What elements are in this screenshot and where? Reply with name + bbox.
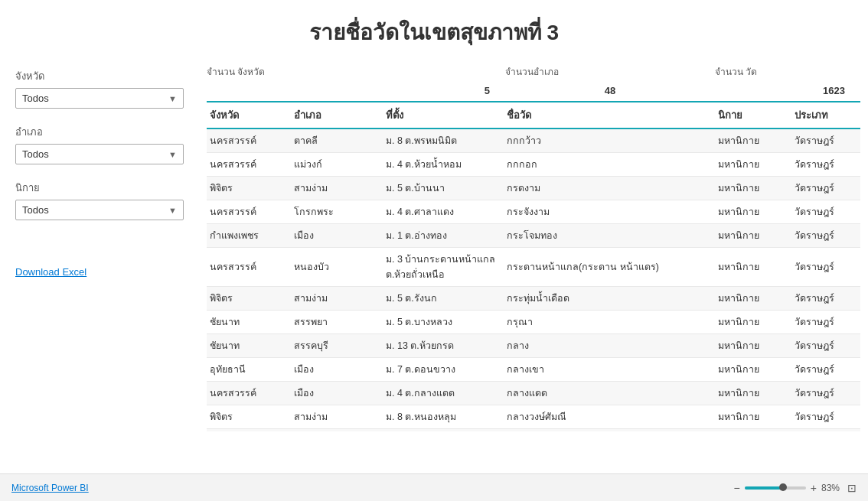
cell-name: กสำหูกวาง: [504, 429, 715, 432]
nikay-filter-value: Todos: [22, 204, 49, 216]
cell-amphoe: สามง่าม: [291, 177, 383, 200]
zoom-percent-label: 83%: [821, 483, 840, 493]
page-title: รายชื่อวัดในเขตสุขภาพที่ 3: [0, 0, 868, 60]
cell-location: ม. 1 ต.อ่างทอง: [383, 224, 504, 248]
table-row: อุทัยธานีเมืองม. 7 ต.ดอนขวางกลางเขามหานิ…: [207, 358, 860, 382]
cell-nikay: มหานิกาย: [715, 224, 791, 248]
cell-location: ม. 5 ต.รังนก: [383, 287, 504, 311]
power-bi-link[interactable]: Microsoft Power BI: [11, 483, 89, 493]
cell-name: กลางแดด: [504, 382, 715, 405]
cell-type: วัดราษฎร์: [791, 382, 860, 405]
sidebar: จังหวัด Todos ▼ อำเภอ Todos ▼ นิกาย Todo…: [0, 60, 207, 470]
cell-nikay: มหานิกาย: [715, 311, 791, 334]
cell-nikay: มหานิกาย: [715, 153, 791, 177]
col-header-type: ประเภท: [791, 102, 860, 129]
data-table-scroll[interactable]: จังหวัด อำเภอ ที่ตั้ง ชื่อวัด นิกาย ประเ…: [207, 102, 860, 431]
cell-name: กลางวงษ์ศัมณี: [504, 405, 715, 429]
cell-amphoe: สามง่าม: [291, 287, 383, 311]
cell-location: ม. 8 ต.หนองหลุม: [383, 405, 504, 429]
cell-province: นครสวรรค์: [207, 248, 291, 287]
stats-header: จำนวน จังหวัด จำนวนอำเภอ จำนวน วัด: [207, 60, 860, 85]
cell-nikay: มหานิกาย: [715, 129, 791, 153]
cell-type: วัดราษฎร์: [791, 405, 860, 429]
cell-nikay: มหานิกาย: [715, 248, 791, 287]
cell-type: วัดราษฎร์: [791, 200, 860, 224]
zoom-minus-icon[interactable]: −: [734, 482, 740, 494]
province-count-label: จำนวน จังหวัด: [207, 64, 505, 79]
wat-stat: จำนวน วัด: [715, 64, 860, 79]
amphoe-count-value: 48: [605, 85, 615, 96]
download-excel-link[interactable]: Download Excel: [15, 266, 191, 278]
table-row: กำแพงเพชรเมืองม. 1 ต.อ่างทองกระโจมทองมหา…: [207, 224, 860, 248]
cell-name: กลางเขา: [504, 358, 715, 382]
amphoe-stat: จำนวนอำเภอ: [505, 64, 715, 79]
cell-amphoe: โกรกพระ: [291, 200, 383, 224]
cell-province: พิจิตร: [207, 405, 291, 429]
cell-location: ม. 4 ต.กลางแดด: [383, 382, 504, 405]
nikay-filter-group: นิกาย Todos ▼: [15, 180, 191, 220]
cell-location: ม. 4 ต.ศาลาแดง: [383, 200, 504, 224]
cell-type: วัดราษฎร์: [791, 224, 860, 248]
cell-nikay: มหานิกาย: [715, 200, 791, 224]
amphoe-chevron-icon: ▼: [168, 150, 177, 159]
province-count-value-area: 5: [207, 85, 505, 96]
province-filter-select[interactable]: Todos ▼: [15, 88, 184, 109]
cell-province: นครสวรรค์: [207, 200, 291, 224]
cell-name: กลาง: [504, 334, 715, 358]
cell-name: กรดงาม: [504, 177, 715, 200]
cell-amphoe: แม่วงก์: [291, 153, 383, 177]
cell-province: พิจิตร: [207, 177, 291, 200]
zoom-slider[interactable]: [745, 486, 806, 490]
table-header-row: จังหวัด อำเภอ ที่ตั้ง ชื่อวัด นิกาย ประเ…: [207, 102, 860, 129]
cell-amphoe: สามง่าม: [291, 405, 383, 429]
cell-type: วัดราษฎร์: [791, 287, 860, 311]
wat-count-value: 1623: [823, 85, 845, 96]
cell-location: ม. 5 ต.บางหลวง: [383, 311, 504, 334]
zoom-control[interactable]: − + 83%: [734, 482, 840, 494]
cell-name: กระจังงาม: [504, 200, 715, 224]
wat-count-value-area: 1623: [715, 85, 860, 96]
zoom-slider-thumb: [779, 483, 787, 491]
cell-type: วัดราษฎร์: [791, 177, 860, 200]
table-row: นครสวรรค์หนองบัวม. 3 บ้านกระดานหน้าแกล ต…: [207, 248, 860, 287]
cell-amphoe: เมือง: [291, 224, 383, 248]
province-stat-spacer: จำนวน จังหวัด: [207, 64, 505, 79]
wat-count-label: จำนวน วัด: [715, 64, 860, 79]
province-filter-value: Todos: [22, 93, 49, 104]
table-row: ชัยนาทสรรคบุรีม. 13 ต.ห้วยกรดกลางมหานิกา…: [207, 334, 860, 358]
cell-nikay: มหานิกาย: [715, 287, 791, 311]
col-header-province: จังหวัด: [207, 102, 291, 129]
nikay-chevron-icon: ▼: [168, 206, 177, 215]
province-filter-label: จังหวัด: [15, 68, 191, 84]
cell-amphoe: สรรคบุรี: [291, 334, 383, 358]
cell-location: ม. 13 ต.ห้วยกรด: [383, 334, 504, 358]
fit-to-page-icon[interactable]: ⊡: [847, 482, 857, 494]
cell-province: ชัยนาท: [207, 311, 291, 334]
amphoe-count-label: จำนวนอำเภอ: [505, 64, 715, 79]
nikay-filter-label: นิกาย: [15, 180, 191, 196]
cell-province: นครสวรรค์: [207, 429, 291, 432]
cell-location: ม. 2 ต.หูกวาง: [383, 429, 504, 432]
cell-type: วัดราษฎร์: [791, 429, 860, 432]
cell-amphoe: ตาคลี: [291, 129, 383, 153]
province-count-value: 5: [485, 85, 490, 96]
cell-province: นครสวรรค์: [207, 129, 291, 153]
col-header-amphoe: อำเภอ: [291, 102, 383, 129]
cell-amphoe: บรรพตพิสัย: [291, 429, 383, 432]
cell-nikay: มหานิกาย: [715, 358, 791, 382]
cell-type: วัดราษฎร์: [791, 358, 860, 382]
amphoe-filter-value: Todos: [22, 148, 49, 160]
table-row: พิจิตรสามง่ามม. 5 ต.บ้านนากรดงามมหานิกาย…: [207, 177, 860, 200]
cell-amphoe: หนองบัว: [291, 248, 383, 287]
zoom-plus-icon[interactable]: +: [811, 482, 817, 494]
bottom-right-controls: − + 83% ⊡: [734, 482, 857, 494]
cell-province: ชัยนาท: [207, 334, 291, 358]
table-row: นครสวรรค์บรรพตพิสัยม. 2 ต.หูกวางกสำหูกวา…: [207, 429, 860, 432]
col-header-location: ที่ตั้ง: [383, 102, 504, 129]
cell-name: กระโจมทอง: [504, 224, 715, 248]
cell-province: นครสวรรค์: [207, 382, 291, 405]
amphoe-filter-select[interactable]: Todos ▼: [15, 144, 184, 164]
province-filter-group: จังหวัด Todos ▼: [15, 68, 191, 109]
nikay-filter-select[interactable]: Todos ▼: [15, 200, 184, 220]
cell-province: นครสวรรค์: [207, 153, 291, 177]
